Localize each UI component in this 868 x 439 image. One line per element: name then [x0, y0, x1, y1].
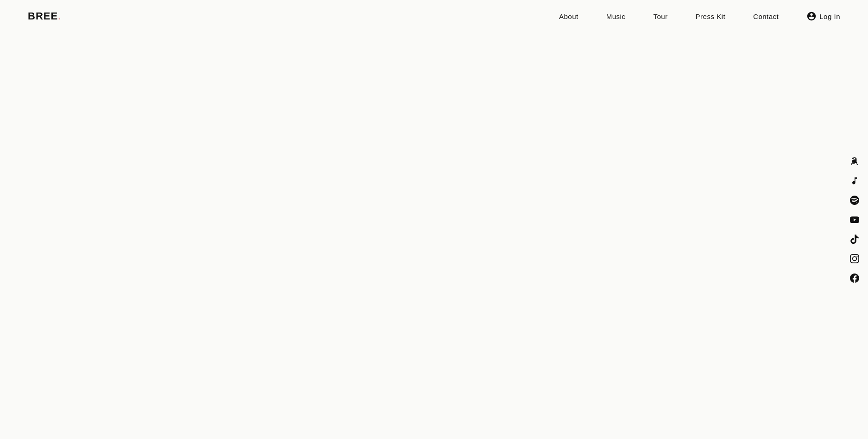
- logo-text: BREE: [28, 10, 58, 22]
- amazon-music-icon[interactable]: [849, 156, 860, 166]
- nav-item-about[interactable]: About: [559, 13, 579, 20]
- nav-item-press-kit[interactable]: Press Kit: [696, 13, 726, 20]
- facebook-icon[interactable]: [849, 273, 860, 283]
- spotify-icon[interactable]: [849, 195, 860, 205]
- main-nav: About Music Tour Press Kit Contact Log I…: [559, 11, 840, 21]
- account-circle-icon: [806, 11, 817, 21]
- nav-item-music[interactable]: Music: [606, 13, 626, 20]
- instagram-icon[interactable]: [849, 254, 860, 264]
- tiktok-icon[interactable]: [849, 234, 860, 244]
- login-label: Log In: [819, 13, 840, 20]
- site-logo[interactable]: BREE.: [28, 10, 61, 22]
- login-button[interactable]: Log In: [806, 11, 840, 21]
- nav-item-tour[interactable]: Tour: [653, 13, 667, 20]
- logo-dot: .: [58, 10, 61, 22]
- apple-music-icon[interactable]: [849, 176, 860, 186]
- nav-item-contact[interactable]: Contact: [753, 13, 779, 20]
- youtube-icon[interactable]: [849, 215, 860, 225]
- site-header: BREE. About Music Tour Press Kit Contact…: [0, 0, 868, 32]
- social-sidebar: [849, 156, 860, 283]
- main-content: [0, 32, 868, 439]
